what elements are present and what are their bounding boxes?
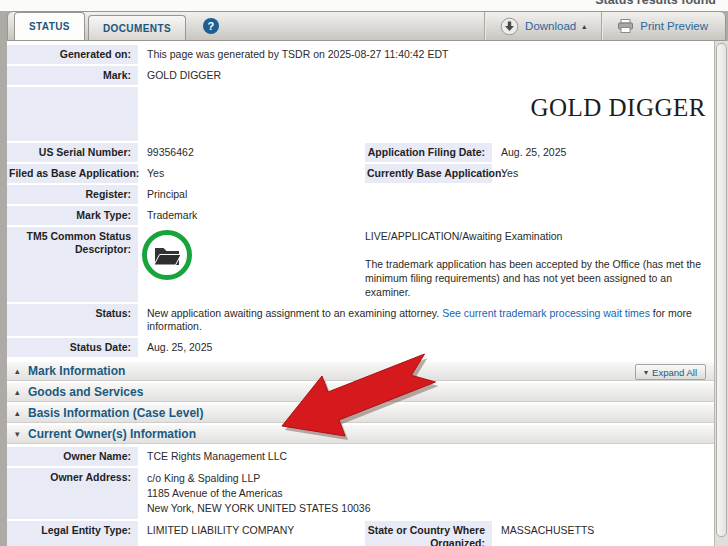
mark-type-value: Trademark <box>138 206 714 225</box>
collapsed-caret-icon: ▴ <box>15 366 28 376</box>
owner-address-label: Owner Address: <box>7 468 138 519</box>
status-panel: Generated on: This page was generated by… <box>7 41 714 546</box>
section-current-owners[interactable]: ▾ Current Owner(s) Information <box>7 424 714 444</box>
tm5-live-folder-icon <box>140 228 194 282</box>
section-basis-information[interactable]: ▴ Basis Information (Case Level) <box>7 403 714 423</box>
expanded-caret-icon: ▾ <box>15 429 28 439</box>
mark-image-row: GOLD DIGGER <box>7 87 714 141</box>
owner-address-line-3: New York, NEW YORK UNITED STATES 10036 <box>147 501 710 516</box>
mark-label: Mark: <box>7 66 138 85</box>
register-label: Register: <box>7 185 138 204</box>
tab-status[interactable]: STATUS <box>14 12 85 40</box>
owner-name-label: Owner Name: <box>7 447 138 466</box>
status-text-before: New application awaiting assignment to a… <box>147 307 439 319</box>
mark-value: GOLD DIGGER <box>138 66 714 85</box>
application-filing-date-value: Aug. 25, 2025 <box>492 143 714 162</box>
field-row-register: Register: Principal <box>7 185 714 204</box>
field-row-generated-on: Generated on: This page was generated by… <box>7 45 714 64</box>
legal-entity-type-label: Legal Entity Type: <box>7 521 138 546</box>
status-date-value: Aug. 25, 2025 <box>138 338 714 357</box>
owner-name-value: TCE Rights Management LLC <box>138 447 714 466</box>
register-value: Principal <box>138 185 714 204</box>
section-goods-and-services[interactable]: ▴ Goods and Services <box>7 382 714 402</box>
field-row-base-application: Filed as Base Application: Yes Currently… <box>7 164 714 183</box>
mark-type-label: Mark Type: <box>7 206 138 225</box>
section-label-basis-information: Basis Information (Case Level) <box>28 406 203 420</box>
status-date-label: Status Date: <box>7 338 138 357</box>
us-serial-number-label: US Serial Number: <box>7 143 138 162</box>
printer-icon <box>617 19 634 33</box>
mark-image-label-spacer <box>7 87 138 141</box>
field-row-tm5: TM5 Common Status Descriptor: LIVE/APPLI… <box>7 227 714 302</box>
section-mark-information[interactable]: ▴ Mark Information ▾ Expand All <box>7 361 714 381</box>
filed-as-base-label: Filed as Base Application: <box>7 164 138 183</box>
application-filing-date-label: Application Filing Date: <box>365 143 492 162</box>
download-label: Download <box>525 20 576 32</box>
expand-all-button[interactable]: ▾ Expand All <box>635 364 706 380</box>
collapsed-caret-icon: ▴ <box>15 408 28 418</box>
vertical-scrollbar[interactable] <box>714 41 728 546</box>
toolbar-right: Download ▴ Print Preview <box>484 12 723 40</box>
mark-image: GOLD DIGGER <box>138 87 714 141</box>
section-label-mark-information: Mark Information <box>28 364 125 378</box>
currently-base-label: Currently Base Application: <box>365 164 492 183</box>
owner-address-value: c/o King & Spalding LLP 1185 Avenue of t… <box>138 468 714 519</box>
tm5-label: TM5 Common Status Descriptor: <box>7 227 138 302</box>
generated-on-value: This page was generated by TSDR on 2025-… <box>138 45 714 64</box>
tm5-description: The trademark application has been accep… <box>365 257 714 299</box>
currently-base-value: Yes <box>492 164 714 183</box>
filed-as-base-value: Yes <box>138 164 365 183</box>
owner-address-line-1: c/o King & Spalding LLP <box>147 471 710 486</box>
section-label-current-owners: Current Owner(s) Information <box>28 427 196 441</box>
field-row-legal-entity: Legal Entity Type: LIMITED LIABILITY COM… <box>7 521 714 546</box>
field-row-owner-address: Owner Address: c/o King & Spalding LLP 1… <box>7 468 714 519</box>
field-row-status: Status: New application awaiting assignm… <box>7 304 714 336</box>
tm5-status-line: LIVE/APPLICATION/Awaiting Examination <box>365 230 714 243</box>
print-preview-button[interactable]: Print Preview <box>601 12 723 40</box>
download-button[interactable]: Download ▴ <box>484 12 601 40</box>
download-icon <box>500 17 519 36</box>
tm5-value: LIVE/APPLICATION/Awaiting Examination Th… <box>138 227 714 302</box>
help-icon[interactable]: ? <box>203 18 219 34</box>
tab-bar: STATUS DOCUMENTS ? Download ▴ Print Prev… <box>7 11 726 41</box>
expand-all-label: Expand All <box>652 367 697 378</box>
state-organized-value: MASSACHUSETTS <box>492 521 714 546</box>
status-results-clipped-text: Status results found <box>595 0 716 7</box>
expand-all-caret-icon: ▾ <box>644 368 648 377</box>
print-preview-label: Print Preview <box>640 20 708 32</box>
owner-address-line-2: 1185 Avenue of the Americas <box>147 486 710 501</box>
generated-on-label: Generated on: <box>7 45 138 64</box>
status-value: New application awaiting assignment to a… <box>138 304 714 336</box>
field-row-serial: US Serial Number: 99356462 Application F… <box>7 143 714 162</box>
current-owners-body: Owner Name: TCE Rights Management LLC Ow… <box>7 445 714 546</box>
status-label: Status: <box>7 304 138 336</box>
legal-entity-type-value: LIMITED LIABILITY COMPANY <box>138 521 365 546</box>
scrollbar-thumb[interactable] <box>716 43 727 537</box>
field-row-status-date: Status Date: Aug. 25, 2025 <box>7 338 714 357</box>
field-row-mark: Mark: GOLD DIGGER <box>7 66 714 85</box>
field-row-mark-type: Mark Type: Trademark <box>7 206 714 225</box>
download-caret-icon: ▴ <box>582 22 586 31</box>
us-serial-number-value: 99356462 <box>138 143 365 162</box>
collapsed-caret-icon: ▴ <box>15 387 28 397</box>
processing-wait-times-link[interactable]: See current trademark processing wait ti… <box>442 307 650 319</box>
section-label-goods-and-services: Goods and Services <box>28 385 143 399</box>
state-organized-label: State or Country Where Organized: <box>365 521 492 546</box>
tm5-text-block: LIVE/APPLICATION/Awaiting Examination Th… <box>365 230 714 299</box>
tab-documents[interactable]: DOCUMENTS <box>88 15 186 40</box>
window-top-strip: Status results found <box>0 0 728 11</box>
field-row-owner-name: Owner Name: TCE Rights Management LLC <box>7 447 714 466</box>
